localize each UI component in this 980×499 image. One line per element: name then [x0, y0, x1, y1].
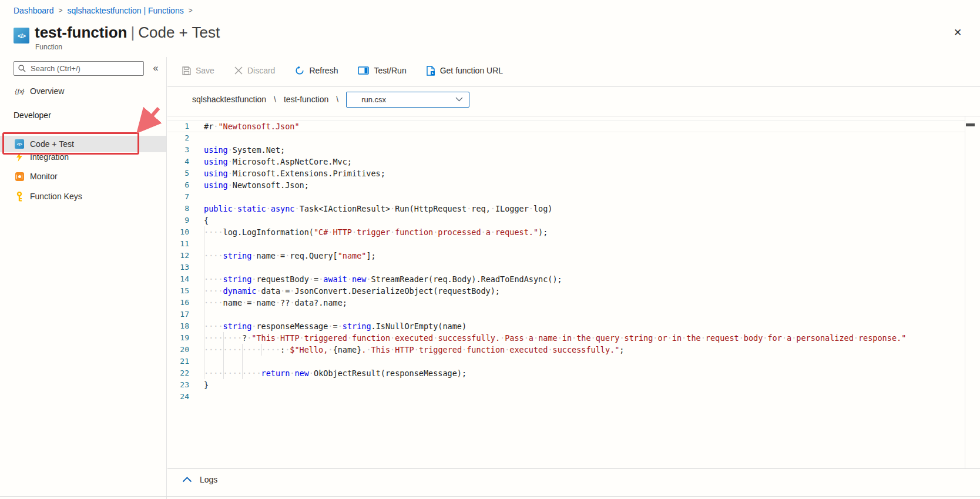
breadcrumb-separator: >: [189, 6, 193, 15]
line-number[interactable]: 2: [167, 132, 189, 144]
breadcrumb-dashboard[interactable]: Dashboard: [14, 6, 54, 15]
line-number[interactable]: 15: [167, 285, 189, 297]
code-line[interactable]: ········?·"This·HTTP·triggered·function·…: [204, 332, 965, 344]
code-line[interactable]: [204, 356, 965, 367]
discard-button[interactable]: Discard: [234, 66, 275, 75]
code-line[interactable]: [204, 262, 965, 273]
line-number[interactable]: 3: [167, 144, 189, 156]
line-number[interactable]: 8: [167, 203, 189, 215]
indent-guide: [204, 367, 204, 379]
code-line[interactable]: ····string·requestBody·=·await·new·Strea…: [204, 273, 965, 285]
line-number[interactable]: 19: [167, 332, 189, 344]
sidebar-item-overview[interactable]: {ƒx} Overview: [0, 84, 166, 98]
page-subtitle: Function: [35, 43, 62, 51]
title-separator: |: [127, 24, 138, 41]
code-line[interactable]: public·static·async·Task<IActionResult>·…: [204, 203, 965, 215]
indent-guide: [204, 250, 204, 262]
indent-guide: [204, 238, 204, 250]
get-function-url-button[interactable]: Get function URL: [427, 66, 503, 76]
breadcrumb-function-app[interactable]: sqlshacktestfunction | Functions: [68, 6, 184, 15]
code-lines: #r·"Newtonsoft.Json"using·System.Net;usi…: [204, 120, 965, 403]
chevron-down-icon: [455, 97, 463, 102]
line-number[interactable]: 5: [167, 168, 189, 179]
code-line[interactable]: {: [204, 215, 965, 226]
sidebar-item-monitor[interactable]: Monitor: [0, 169, 166, 183]
search-icon: [18, 65, 26, 72]
azure-function-code-test-page: Dashboard > sqlshacktestfunction | Funct…: [0, 0, 980, 499]
code-line[interactable]: using·Microsoft.AspNetCore.Mvc;: [204, 156, 965, 168]
sidebar-item-label: Monitor: [30, 172, 58, 181]
key-icon: [16, 192, 23, 202]
line-number[interactable]: 24: [167, 391, 189, 403]
line-number[interactable]: 14: [167, 273, 189, 285]
test-run-button[interactable]: Test/Run: [358, 66, 406, 75]
line-number[interactable]: 16: [167, 297, 189, 309]
code-line[interactable]: [204, 238, 965, 250]
code-line[interactable]: ················:·$"Hello,·{name}.·This·…: [204, 344, 965, 356]
code-line[interactable]: }: [204, 379, 965, 391]
code-line[interactable]: ····name·=·name·??·data?.name;: [204, 297, 965, 309]
code-line[interactable]: [204, 132, 965, 144]
editor-scrollbar[interactable]: [965, 116, 965, 468]
sidebar-item-label: Overview: [30, 86, 64, 96]
code-line[interactable]: ····dynamic·data·=·JsonConvert.Deseriali…: [204, 285, 965, 297]
refresh-button[interactable]: Refresh: [295, 66, 338, 75]
function-overview-icon: {ƒx}: [14, 88, 25, 95]
sidebar-item-label: Function Keys: [30, 192, 82, 201]
line-number[interactable]: 13: [167, 262, 189, 273]
toolbar-divider: [167, 86, 980, 87]
save-button[interactable]: Save: [182, 66, 214, 75]
indent-guide: [242, 367, 243, 379]
line-number[interactable]: 20: [167, 344, 189, 356]
indent-guide: [204, 344, 204, 356]
line-number[interactable]: 18: [167, 320, 189, 332]
sidebar-search: [14, 61, 144, 76]
line-number[interactable]: 17: [167, 309, 189, 320]
code-line[interactable]: ····log.LogInformation("C#·HTTP·trigger·…: [204, 226, 965, 238]
line-number[interactable]: 12: [167, 250, 189, 262]
line-number[interactable]: 10: [167, 226, 189, 238]
path-separator: \: [336, 95, 338, 104]
scrollbar-cursor-marker[interactable]: [966, 123, 975, 126]
indent-guide: [204, 320, 204, 332]
search-input[interactable]: [29, 63, 143, 73]
breadcrumb-separator: >: [59, 6, 63, 15]
collapse-sidebar-button[interactable]: «: [148, 61, 163, 76]
line-numbers[interactable]: 123456789101112131415161718192021222324: [167, 120, 189, 403]
code-line[interactable]: using·System.Net;: [204, 144, 965, 156]
file-select-value: run.csx: [361, 95, 455, 104]
indent-guide: [204, 309, 204, 320]
line-number[interactable]: 9: [167, 215, 189, 226]
test-run-icon: [358, 66, 369, 75]
indent-guide: [204, 356, 204, 367]
refresh-icon: [295, 66, 304, 75]
code-line[interactable]: [204, 391, 965, 403]
code-line[interactable]: ····string·responseMessage·=·string.IsNu…: [204, 320, 965, 332]
line-number[interactable]: 6: [167, 179, 189, 191]
line-number[interactable]: 23: [167, 379, 189, 391]
code-line[interactable]: using·Microsoft.Extensions.Primitives;: [204, 168, 965, 179]
line-number[interactable]: 22: [167, 367, 189, 379]
code-line[interactable]: #r·"Newtonsoft.Json": [204, 120, 965, 132]
code-line[interactable]: using·Newtonsoft.Json;: [204, 179, 965, 191]
logs-toggle[interactable]: Logs: [182, 475, 217, 484]
indent-guide: [204, 285, 204, 297]
indent-guide: [223, 356, 224, 367]
close-icon[interactable]: ✕: [951, 25, 965, 39]
line-number[interactable]: 4: [167, 156, 189, 168]
line-number[interactable]: 11: [167, 238, 189, 250]
code-line[interactable]: ····string·name·=·req.Query["name"];: [204, 250, 965, 262]
indent-guide: [261, 344, 262, 356]
sidebar-item-function-keys[interactable]: Function Keys: [0, 189, 166, 203]
file-select-dropdown[interactable]: run.csx: [346, 92, 469, 108]
indent-guide: [204, 332, 204, 344]
line-number[interactable]: 1: [167, 120, 189, 132]
code-line[interactable]: ············return·new·OkObjectResult(re…: [204, 367, 965, 379]
code-line[interactable]: [204, 309, 965, 320]
line-number[interactable]: 21: [167, 356, 189, 367]
code-line[interactable]: [204, 191, 965, 203]
line-number[interactable]: 7: [167, 191, 189, 203]
refresh-label: Refresh: [309, 66, 338, 75]
annotation-arrow: [133, 103, 167, 136]
get-url-label: Get function URL: [440, 66, 503, 75]
